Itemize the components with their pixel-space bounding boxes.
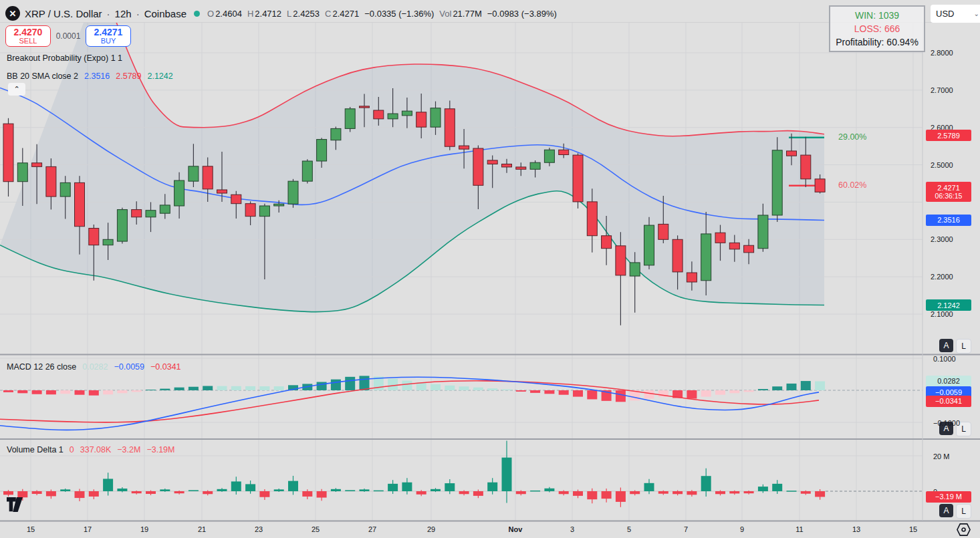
volume-tick-label: 20 M bbox=[933, 452, 949, 460]
volume-value-0: 0 bbox=[70, 445, 74, 454]
market-status-icon bbox=[194, 11, 200, 17]
time-tick-label: 27 bbox=[368, 525, 376, 533]
time-tick-label: Nov bbox=[509, 525, 523, 533]
time-tick-label: 17 bbox=[84, 525, 92, 533]
log-scale-button[interactable]: L bbox=[956, 339, 971, 354]
profitability: Profitability: 60.94% bbox=[836, 35, 918, 49]
bb-legend-title: BB 20 SMA close 2 bbox=[7, 72, 78, 81]
breakout-up-probability: 29.00% bbox=[838, 132, 866, 142]
legend-breakout-probability[interactable]: Breakout Probability (Expo) 1 1 bbox=[7, 53, 122, 63]
price-tick-label: 2.7000 bbox=[931, 86, 953, 94]
time-tick-label: 15 bbox=[909, 525, 917, 533]
hexagon-settings-icon[interactable] bbox=[956, 523, 971, 537]
time-tick-label: 21 bbox=[198, 525, 206, 533]
breakout-legend-title: Breakout Probability (Expo) 1 1 bbox=[7, 53, 122, 63]
loss-count: LOSS: 666 bbox=[854, 22, 900, 35]
price-tick-label: 2.8000 bbox=[931, 49, 953, 57]
price-tick-label: 2.5000 bbox=[931, 161, 953, 169]
macd-legend-title: MACD 12 26 close bbox=[7, 362, 76, 372]
chevron-down-icon: ⌄ bbox=[974, 10, 979, 17]
high-label: H bbox=[247, 9, 253, 19]
time-tick-label: 3 bbox=[570, 525, 574, 533]
time-tick-label: 7 bbox=[684, 525, 688, 533]
macd-badge: −0.0341 bbox=[926, 396, 971, 407]
bb-basis-value: 2.3516 bbox=[84, 72, 110, 81]
time-tick-label: 29 bbox=[427, 525, 435, 533]
separator: · bbox=[136, 8, 140, 19]
tradingview-logo-icon[interactable] bbox=[6, 497, 23, 513]
time-tick-label: 19 bbox=[140, 525, 148, 533]
volume-legend-title: Volume Delta 1 bbox=[7, 445, 64, 454]
legend-macd[interactable]: MACD 12 26 close 0.0282 −0.0059 −0.0341 bbox=[7, 362, 181, 372]
chevron-up-icon: ⌃ bbox=[13, 85, 19, 94]
currency-select[interactable]: USD ⌄ bbox=[931, 5, 980, 23]
high-value: 2.4712 bbox=[255, 9, 281, 19]
legend-bollinger-bands[interactable]: BB 20 SMA close 2 2.3516 2.5789 2.1242 bbox=[7, 72, 173, 81]
legend-volume-delta[interactable]: Volume Delta 1 0 337.08K −3.2M −3.19M bbox=[7, 445, 174, 454]
time-tick-label: 13 bbox=[852, 525, 860, 533]
volume-value-1: 337.08K bbox=[80, 445, 112, 454]
buy-price: 2.4271 bbox=[94, 27, 123, 37]
time-tick-label: 5 bbox=[627, 525, 631, 533]
close-label: C bbox=[325, 9, 331, 19]
bb-lower-value: 2.1242 bbox=[147, 72, 172, 81]
sell-label: SELL bbox=[19, 37, 37, 45]
volume-value: 21.77M bbox=[453, 9, 481, 19]
auto-scale-button[interactable]: A bbox=[939, 504, 953, 517]
trading-chart-app: ✕ XRP / U.S. Dollar · 12h · Coinbase O 2… bbox=[0, 0, 980, 538]
time-tick-label: 25 bbox=[312, 525, 320, 533]
auto-scale-button[interactable]: A bbox=[939, 339, 953, 352]
price-badge: 2.427106:36:15 bbox=[926, 182, 971, 202]
buy-button[interactable]: 2.4271 BUY bbox=[86, 25, 131, 47]
sell-price: 2.4270 bbox=[14, 27, 43, 37]
price-badge: 2.1242 bbox=[926, 299, 971, 311]
symbol-title[interactable]: XRP / U.S. Dollar bbox=[25, 8, 102, 19]
low-value: 2.4253 bbox=[293, 9, 320, 19]
price-tick-label: 2.2000 bbox=[931, 273, 953, 281]
price-badge: 2.5789 bbox=[926, 130, 971, 141]
log-scale-button[interactable]: L bbox=[956, 504, 971, 519]
volume-label: Vol bbox=[439, 9, 451, 19]
xrp-logo-icon[interactable]: ✕ bbox=[5, 6, 20, 21]
buy-label: BUY bbox=[101, 37, 116, 45]
trade-buttons-row: 2.4270 SELL 0.0001 2.4271 BUY bbox=[5, 25, 131, 47]
interval-label[interactable]: 12h bbox=[115, 8, 132, 19]
time-tick-label: 23 bbox=[255, 525, 263, 533]
breakout-down-probability: 60.02% bbox=[838, 180, 866, 190]
macd-line-value: −0.0059 bbox=[114, 362, 144, 372]
time-tick-label: 15 bbox=[27, 525, 35, 533]
exchange-label[interactable]: Coinbase bbox=[144, 8, 187, 19]
volume-change-value: −0.0983 (−3.89%) bbox=[487, 9, 557, 19]
price-tick-label: 2.3000 bbox=[931, 235, 953, 243]
volume-value-2: −3.2M bbox=[117, 445, 140, 454]
win-count: WIN: 1039 bbox=[855, 9, 899, 22]
collapse-legend-button[interactable]: ⌃ bbox=[8, 83, 25, 96]
ohlc-values: O 2.4604 H 2.4712 L 2.4253 C 2.4271 −0.0… bbox=[207, 9, 557, 19]
currency-value: USD bbox=[936, 9, 954, 19]
change-value: −0.0335 (−1.36%) bbox=[364, 9, 434, 19]
close-value: 2.4271 bbox=[332, 9, 359, 19]
bb-upper-value: 2.5789 bbox=[116, 72, 141, 81]
symbol-header: ✕ XRP / U.S. Dollar · 12h · Coinbase O 2… bbox=[5, 5, 557, 21]
price-tick-label: 2.1000 bbox=[931, 310, 953, 318]
low-label: L bbox=[287, 9, 291, 19]
win-loss-stats-box: WIN: 1039 LOSS: 666 Profitability: 60.94… bbox=[829, 5, 925, 52]
macd-signal-value: −0.0341 bbox=[150, 362, 181, 372]
time-tick-label: 9 bbox=[740, 525, 744, 533]
macd-tick-label: 0.1000 bbox=[933, 355, 956, 363]
volume-value-3: −3.19M bbox=[146, 445, 174, 454]
macd-badge: 0.0282 bbox=[926, 376, 971, 387]
price-badge: 2.3516 bbox=[926, 215, 971, 226]
open-label: O bbox=[207, 9, 214, 19]
volume-axis-buttons: A L bbox=[939, 504, 971, 519]
sell-button[interactable]: 2.4270 SELL bbox=[5, 25, 51, 47]
volume-badge: −3.19 M bbox=[926, 491, 971, 503]
main-axis-buttons: A L bbox=[939, 339, 971, 354]
macd-hist-value: 0.0282 bbox=[82, 362, 108, 372]
time-tick-label: 11 bbox=[795, 525, 803, 533]
spread-value: 0.0001 bbox=[51, 31, 86, 41]
macd-tick-label: −0.1000 bbox=[933, 419, 960, 427]
separator: · bbox=[107, 8, 110, 19]
open-value: 2.4604 bbox=[215, 9, 242, 19]
